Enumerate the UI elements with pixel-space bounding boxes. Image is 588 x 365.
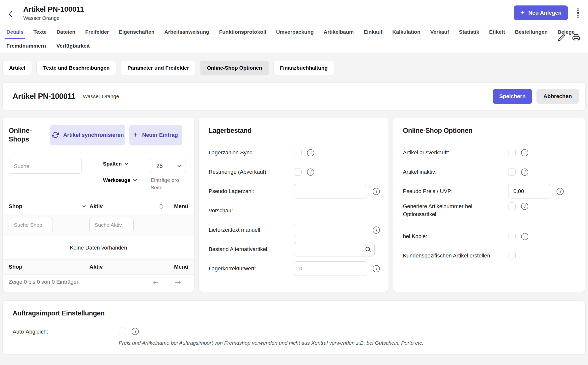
info-icon[interactable]: i	[373, 265, 380, 272]
header-actions: + Neu Anlegen	[514, 5, 581, 20]
info-icon[interactable]: i	[132, 328, 139, 335]
tab-eigenschaften[interactable]: Eigenschaften	[119, 25, 155, 39]
footer-aktiv-header: Aktiv	[89, 264, 103, 270]
tab-details[interactable]: Details	[6, 25, 24, 39]
auto-abgleich-checkbox[interactable]	[119, 328, 126, 335]
info-icon[interactable]: i	[373, 226, 380, 234]
info-icon[interactable]: i	[521, 233, 528, 240]
shop-filter-input[interactable]	[9, 218, 53, 232]
tab-kalkulation[interactable]: Kalkulation	[392, 25, 420, 39]
lagerbestand-panel: Lagerbestand Lagerzahlen Sync: i Restmen…	[198, 118, 389, 292]
alternativartikel-search-button[interactable]	[361, 242, 375, 256]
footer-shop-header: Shop	[9, 264, 22, 270]
article-header-card: Artikel PN-100011 Wasser Orange Speicher…	[2, 83, 586, 110]
tools-dropdown-label: Werkzeuge	[103, 177, 131, 183]
pill-artikel[interactable]: Artikel	[2, 61, 32, 75]
pagination-arrows: ← →	[153, 278, 188, 286]
info-icon[interactable]: i	[521, 203, 528, 210]
lagerzahlen-sync-row: Lagerzahlen Sync: i	[209, 143, 379, 162]
header-top-row: Artikel PN-100011 Wasser Orange + Neu An…	[0, 0, 588, 25]
lagerkorrekturwert-input[interactable]	[294, 261, 367, 276]
dropdown-column: Spalten Werkzeuge	[103, 161, 138, 192]
search-input[interactable]	[9, 159, 82, 174]
tab-freifelder[interactable]: Freifelder	[85, 25, 109, 39]
tab-funktionsprotokoll[interactable]: Funktionsprotokoll	[219, 25, 266, 39]
shop-column-header[interactable]: Shop	[9, 203, 89, 210]
restmenge-row: Restmenge (Abverkauf): i	[209, 162, 379, 182]
kundenspezifisch-row: Kundenspezifischen Artikel erstellen:	[403, 246, 575, 265]
generiere-artikelnummer-row: Generiere Artikelnummer bei Optionsartik…	[403, 201, 575, 227]
neu-anlegen-button[interactable]: + Neu Anlegen	[514, 5, 568, 20]
aktiv-column-header[interactable]: Aktiv	[89, 203, 164, 210]
online-shops-header: Online-Shops Artikel synchronisieren + N…	[3, 118, 194, 152]
chevron-left-icon	[7, 10, 14, 18]
bei-kopie-checkbox[interactable]	[508, 233, 516, 240]
page-subtitle: Wasser Orange	[23, 15, 84, 21]
pill-parameter-und-freifelder[interactable]: Parameter und Freifelder	[121, 61, 196, 75]
kundenspezifisch-checkbox[interactable]	[508, 252, 516, 259]
tab-verkauf[interactable]: Verkauf	[430, 25, 449, 39]
tab-texte[interactable]: Texte	[33, 25, 47, 39]
artikel-ausverkauft-checkbox[interactable]	[508, 149, 516, 156]
info-icon[interactable]: i	[521, 168, 528, 176]
save-button[interactable]: Speichern	[493, 89, 532, 104]
page-title: Artikel PN-100011	[23, 5, 84, 13]
sync-article-button[interactable]: Artikel synchronisieren	[50, 125, 125, 145]
print-button[interactable]	[572, 33, 581, 42]
tab-dateien[interactable]: Dateien	[56, 25, 75, 39]
lagerkorrekturwert-row: Lagerkorrekturwert: i	[209, 259, 379, 278]
neu-anlegen-label: Neu Anlegen	[528, 10, 561, 16]
tab-umverpackung[interactable]: Umverpackung	[276, 25, 314, 39]
info-icon[interactable]: i	[557, 188, 564, 195]
restmenge-checkbox[interactable]	[294, 168, 302, 176]
new-entry-button[interactable]: + Neuer Eintrag	[129, 125, 182, 145]
tab-bestellungen[interactable]: Bestellungen	[515, 25, 548, 39]
tab-verfuegbarkeit[interactable]: Verfügbarkeit	[56, 43, 90, 49]
online-shops-panel: Online-Shops Artikel synchronisieren + N…	[2, 118, 195, 292]
auftragsimport-title: Auftragsimport Einstellungen	[13, 309, 575, 317]
pseudo-preis-input[interactable]	[508, 184, 551, 198]
cancel-button[interactable]: Abbrechen	[536, 89, 579, 104]
generiere-artikelnummer-checkbox[interactable]	[508, 202, 516, 210]
pseudo-lagerzahl-input[interactable]	[294, 184, 367, 198]
pencil-icon	[558, 34, 565, 41]
columns-dropdown[interactable]: Spalten	[103, 161, 129, 167]
tab-statistik[interactable]: Statistik	[459, 25, 479, 39]
tools-dropdown[interactable]: Werkzeuge	[103, 177, 138, 183]
tab-artikelbaum[interactable]: Artikelbaum	[324, 25, 354, 39]
info-icon[interactable]: i	[373, 188, 380, 195]
kebab-dot	[577, 8, 579, 11]
pill-online-shop-optionen[interactable]: Online-Shop Optionen	[200, 61, 269, 75]
lagerzahlen-sync-checkbox[interactable]	[294, 149, 302, 156]
alternativartikel-input-group	[294, 242, 375, 256]
info-icon[interactable]: i	[521, 149, 528, 156]
lagerbestand-title: Lagerbestand	[209, 127, 379, 135]
artikel-ausverkauft-row: Artikel ausverkauft: i	[403, 143, 575, 162]
page-size-select[interactable]: 25	[151, 159, 186, 173]
previous-page-button[interactable]: ←	[153, 278, 159, 286]
columns-dropdown-label: Spalten	[103, 161, 122, 167]
lieferzeittext-input[interactable]	[294, 223, 367, 237]
next-page-button[interactable]: →	[175, 278, 181, 286]
alternativartikel-input[interactable]	[294, 242, 361, 256]
new-entry-label: Neuer Eintrag	[142, 131, 178, 139]
info-icon[interactable]: i	[307, 168, 314, 176]
kebab-dot	[577, 12, 579, 14]
chevron-down-icon	[133, 179, 137, 182]
aktiv-filter-input[interactable]	[89, 218, 134, 232]
pill-finanzbuchhaltung[interactable]: Finanzbuchhaltung	[273, 61, 334, 75]
sync-icon	[52, 132, 59, 139]
shop-options-panel: Online-Shop Optionen Artikel ausverkauft…	[393, 118, 585, 292]
info-icon[interactable]: i	[307, 149, 314, 156]
tab-fremdnummern[interactable]: Fremdnummern	[6, 43, 46, 49]
tab-arbeitsanweisung[interactable]: Arbeitsanweisung	[164, 25, 209, 39]
edit-button[interactable]	[557, 33, 566, 42]
sort-both-icon	[159, 204, 163, 209]
tab-etikett[interactable]: Etikett	[489, 25, 505, 39]
back-button[interactable]	[6, 9, 15, 19]
auto-abgleich-row: Auto-Abgleich: i Preis und Artikelname b…	[13, 329, 575, 346]
artikel-inaktiv-checkbox[interactable]	[508, 168, 516, 176]
tab-einkauf[interactable]: Einkauf	[364, 25, 382, 39]
kebab-menu-button[interactable]	[575, 7, 581, 19]
pill-texte-und-beschreibungen[interactable]: Texte und Beschreibungen	[36, 61, 116, 75]
